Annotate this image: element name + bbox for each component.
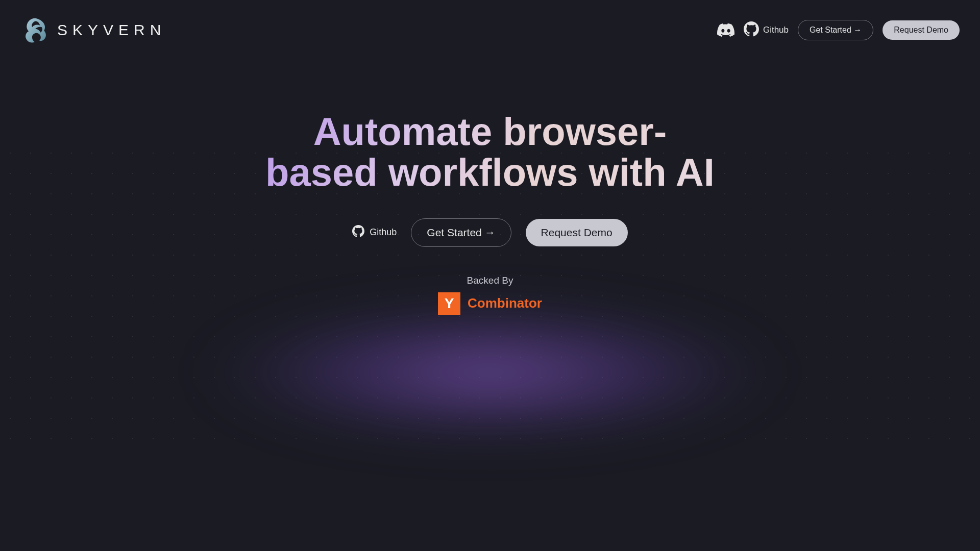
backed-by-section: Backed By Y Combinator xyxy=(0,275,980,315)
nav-request-demo-button[interactable]: Request Demo xyxy=(883,20,960,40)
yc-name: Combinator xyxy=(468,295,542,311)
hero-request-demo-button[interactable]: Request Demo xyxy=(526,219,628,246)
logo[interactable]: SKYVERN xyxy=(20,15,166,45)
hero-title: Automate browser-based workflows with AI xyxy=(260,111,720,193)
section-heading: Say goodbye to manual workflows xyxy=(0,547,980,551)
header: SKYVERN Github Get Started → Request Dem… xyxy=(0,0,980,60)
hero-github-label: Github xyxy=(370,227,397,238)
skyvern-dragon-icon xyxy=(20,15,50,45)
github-icon xyxy=(352,225,364,240)
hero-actions: Github Get Started → Request Demo xyxy=(0,218,980,247)
nav-get-started-button[interactable]: Get Started → xyxy=(798,20,873,40)
hero-get-started-button[interactable]: Get Started → xyxy=(411,218,511,247)
nav-right: Github Get Started → Request Demo xyxy=(717,20,960,40)
nav-github-label: Github xyxy=(763,25,789,35)
hero-section: Automate browser-based workflows with AI… xyxy=(0,60,980,315)
yc-square-icon: Y xyxy=(438,292,460,315)
nav-github-link[interactable]: Github xyxy=(744,21,789,39)
discord-icon[interactable] xyxy=(717,21,734,39)
github-icon xyxy=(744,21,759,39)
workflows-section: Say goodbye to manual workflows xyxy=(0,547,980,551)
hero-github-link[interactable]: Github xyxy=(352,225,397,240)
backed-by-label: Backed By xyxy=(0,275,980,286)
brand-name: SKYVERN xyxy=(57,21,166,39)
yc-logo-container: Y Combinator xyxy=(0,292,980,315)
